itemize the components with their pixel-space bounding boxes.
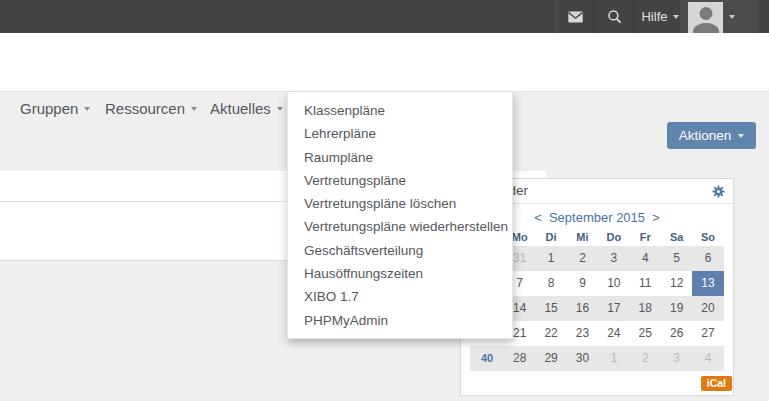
avatar-head: [699, 7, 712, 20]
calendar-day[interactable]: 12: [661, 271, 692, 296]
calendar-day[interactable]: 25: [630, 321, 661, 346]
user-menu[interactable]: [680, 0, 759, 33]
aktionen-label: Aktionen: [679, 128, 732, 143]
calendar-day[interactable]: 8: [535, 271, 566, 296]
help-menu[interactable]: Hilfe: [636, 0, 684, 33]
ical-button[interactable]: iCal: [701, 376, 732, 391]
week-number: 40: [470, 346, 504, 371]
calendar-day[interactable]: 18: [630, 296, 661, 321]
dropdown-item-vertretungsplaene-wiederherstellen[interactable]: Vertretungspläne wiederherstellen: [288, 215, 512, 238]
calendar-day[interactable]: 22: [535, 321, 566, 346]
calendar-day[interactable]: 20: [692, 296, 723, 321]
nav-item-gruppen[interactable]: Gruppen: [20, 96, 90, 120]
caret-down-icon: [738, 134, 744, 138]
calendar-day[interactable]: 23: [567, 321, 598, 346]
caret-down-icon: [673, 15, 679, 19]
dropdown-item-raumplaene[interactable]: Raumpläne: [288, 146, 512, 169]
calendar-day[interactable]: 1: [535, 246, 566, 271]
weekday-label: Sa: [661, 228, 692, 246]
gear-icon[interactable]: [712, 184, 725, 202]
calendar-day[interactable]: 4: [692, 346, 723, 371]
caret-down-icon: [84, 107, 90, 111]
calendar-day[interactable]: 6: [692, 246, 723, 271]
nav-label-aktuelles: Aktuelles: [210, 100, 271, 117]
calendar-day[interactable]: 24: [598, 321, 629, 346]
next-month-button[interactable]: >: [652, 210, 660, 225]
dropdown-item-geschaeftsverteilung[interactable]: Geschäftsverteilung: [288, 239, 512, 262]
weekday-label: Di: [535, 228, 566, 246]
dropdown-item-klassenplaene[interactable]: Klassenpläne: [288, 99, 512, 122]
caret-down-icon: [277, 107, 283, 111]
calendar-day[interactable]: 15: [535, 296, 566, 321]
calendar-day-selected[interactable]: 13: [692, 271, 723, 296]
calendar-day[interactable]: 5: [661, 246, 692, 271]
dropdown-item-vertretungsplaene[interactable]: Vertretungspläne: [288, 169, 512, 192]
main-navbar: Gruppen Ressourcen Aktuelles Verwaltung: [0, 33, 769, 92]
aktionen-button[interactable]: Aktionen: [667, 122, 756, 149]
calendar-day[interactable]: 19: [661, 296, 692, 321]
nav-label-ressourcen: Ressourcen: [105, 100, 185, 117]
weekday-label: Fr: [630, 228, 661, 246]
calendar-day[interactable]: 1: [598, 346, 629, 371]
calendar-day[interactable]: 29: [535, 346, 566, 371]
calendar-day[interactable]: 28: [504, 346, 535, 371]
search-icon: [607, 9, 623, 25]
calendar-day[interactable]: 16: [567, 296, 598, 321]
nav-label-gruppen: Gruppen: [20, 100, 78, 117]
user-avatar: [688, 2, 723, 33]
prev-month-button[interactable]: <: [534, 210, 542, 225]
dropdown-item-vertretungsplaene-loeschen[interactable]: Vertretungspläne löschen: [288, 192, 512, 215]
calendar-day[interactable]: 9: [567, 271, 598, 296]
calendar-day[interactable]: 26: [661, 321, 692, 346]
calendar-day[interactable]: 30: [567, 346, 598, 371]
calendar-day[interactable]: 4: [630, 246, 661, 271]
caret-down-icon: [191, 107, 197, 111]
calendar-day[interactable]: 3: [598, 246, 629, 271]
search-button[interactable]: [596, 0, 634, 33]
topbar: Hilfe: [0, 0, 769, 33]
caret-down-icon: [729, 15, 735, 19]
nav-item-aktuelles[interactable]: Aktuelles: [210, 96, 283, 120]
mail-button[interactable]: [556, 0, 594, 33]
mail-icon: [567, 10, 584, 24]
weekday-label: Do: [598, 228, 629, 246]
dropdown-item-phpmyadmin[interactable]: PHPMyAdmin: [288, 309, 512, 332]
avatar-torso: [693, 23, 719, 33]
verwaltung-dropdown-menu: Klassenpläne Lehrerpläne Raumpläne Vertr…: [287, 92, 513, 339]
calendar-day[interactable]: 2: [630, 346, 661, 371]
dropdown-item-lehrerplaene[interactable]: Lehrerpläne: [288, 122, 512, 145]
month-label: September 2015: [549, 210, 645, 225]
dropdown-item-xibo[interactable]: XIBO 1.7: [288, 285, 512, 308]
weekday-label: Mi: [567, 228, 598, 246]
dropdown-item-hausoeffnungszeiten[interactable]: Hausöffnungszeiten: [288, 262, 512, 285]
weekday-label: So: [692, 228, 723, 246]
calendar-day[interactable]: 10: [598, 271, 629, 296]
nav-item-ressourcen[interactable]: Ressourcen: [105, 96, 197, 120]
help-label: Hilfe: [641, 9, 667, 24]
calendar-week-row: 40 28 29 30 1 2 3 4: [470, 346, 724, 371]
calendar-day[interactable]: 11: [630, 271, 661, 296]
calendar-day[interactable]: 17: [598, 296, 629, 321]
calendar-day[interactable]: 3: [661, 346, 692, 371]
calendar-day[interactable]: 27: [692, 321, 723, 346]
page: Hilfe Gruppen Ressourcen Aktuelles Verwa…: [0, 0, 769, 401]
calendar-day[interactable]: 2: [567, 246, 598, 271]
